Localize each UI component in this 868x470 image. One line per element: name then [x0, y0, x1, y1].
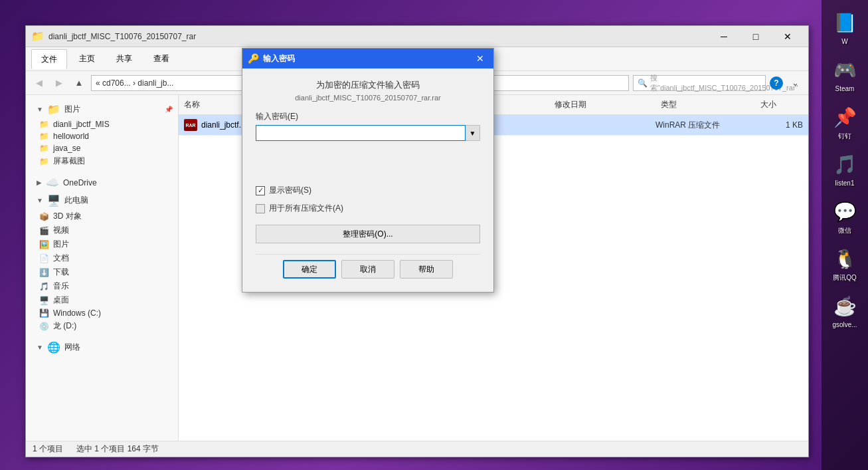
column-header-date[interactable]: 修改日期: [549, 98, 655, 112]
listen1-icon: 🎵: [831, 151, 858, 177]
use-for-all-label: 用于所有压缩文件(A): [269, 203, 343, 214]
dialog-footer: 确定 取消 帮助: [256, 254, 480, 281]
use-for-all-checkbox[interactable]: [256, 204, 265, 213]
pin-icon: 📌: [165, 106, 173, 113]
sidebar-item-dianli[interactable]: 📁 dianli_jbctf_MIS: [26, 118, 178, 130]
expand-arrow-icon: ▼: [37, 106, 43, 113]
sidebar-label-drive-d: 龙 (D:): [53, 320, 76, 332]
sidebar-item-video[interactable]: 🎬 视频: [26, 223, 178, 237]
back-button[interactable]: ◀: [31, 75, 47, 91]
word-icon-label: W: [841, 38, 847, 46]
tab-share[interactable]: 共享: [107, 49, 141, 68]
video-icon: 🎬: [39, 226, 49, 235]
cancel-button[interactable]: 取消: [341, 260, 394, 279]
password-dropdown-button[interactable]: ▼: [466, 125, 480, 141]
sidebar-item-downloads[interactable]: ⬇️ 下载: [26, 265, 178, 279]
documents-icon: 📄: [39, 254, 49, 263]
search-icon: 🔍: [638, 78, 648, 88]
window-controls: ─ □ ✕: [709, 27, 803, 46]
close-button[interactable]: ✕: [772, 27, 803, 46]
desktop-icon-word[interactable]: 📘 W: [826, 7, 863, 49]
word-icon: 📘: [831, 9, 858, 36]
file-size-cell: 1 KB: [755, 120, 808, 130]
taskbar-right-panel: 📘 W 🎮 Steam 📌 钉钉 🎵 listen1 💬 微信 🐧 腾讯QQ ☕…: [822, 0, 868, 470]
help-button[interactable]: ?: [770, 76, 783, 90]
folder-icon-java: 📁: [39, 144, 49, 153]
sidebar-item-desktop[interactable]: 🖥️ 桌面: [26, 293, 178, 307]
minimize-button[interactable]: ─: [709, 27, 739, 46]
desktop-icon: 🖥️: [39, 296, 49, 305]
items-count: 1 个项目: [33, 443, 63, 455]
sidebar-item-documents[interactable]: 📄 文档: [26, 251, 178, 265]
password-input[interactable]: [256, 125, 466, 141]
sidebar-item-onedrive[interactable]: ▶ ☁️ OneDrive: [26, 174, 178, 191]
file-type-cell: WinRAR 压缩文件: [655, 120, 755, 131]
dialog-title-icon: 🔑: [248, 53, 259, 64]
sidebar-label-pictures2: 图片: [53, 239, 69, 250]
ok-button[interactable]: 确定: [283, 260, 336, 279]
dialog-header-text: 为加密的压缩文件输入密码: [256, 79, 480, 91]
sidebar-label-3d: 3D 对象: [53, 211, 82, 222]
column-header-type[interactable]: 类型: [655, 98, 755, 112]
gsolve-icon: ☕: [831, 293, 858, 319]
dingding-icon: 📌: [831, 104, 858, 130]
this-pc-icon: 🖥️: [47, 194, 60, 207]
network-expand-icon: ▼: [37, 344, 43, 351]
desktop-icon-listen1[interactable]: 🎵 listen1: [826, 148, 863, 190]
desktop-icon-wechat[interactable]: 💬 微信: [826, 195, 863, 237]
desktop-icon-gsolve[interactable]: ☕ gsolve...: [826, 290, 863, 332]
password-input-row: ▼: [256, 125, 480, 141]
tab-view[interactable]: 查看: [144, 49, 179, 68]
search-box[interactable]: 🔍 搜索"dianli_jbctf_MISC_T10076_20150707_r…: [633, 75, 766, 91]
sidebar-label-drive-c: Windows (C:): [53, 308, 101, 318]
status-bar: 1 个项目 选中 1 个项目 164 字节: [26, 441, 808, 457]
password-input-label: 输入密码(E): [256, 111, 480, 122]
steam-icon: 🎮: [831, 57, 858, 83]
desktop-icon-steam[interactable]: 🎮 Steam: [826, 54, 863, 96]
sidebar-label-network: 网络: [64, 342, 80, 353]
this-pc-expand-icon: ▼: [37, 197, 43, 204]
sidebar-item-3d[interactable]: 📦 3D 对象: [26, 209, 178, 223]
column-header-size[interactable]: 大小: [755, 98, 808, 112]
forward-button[interactable]: ▶: [51, 75, 67, 91]
desktop-icon-dingding[interactable]: 📌 钉钉: [826, 101, 863, 143]
sidebar-item-pictures[interactable]: 🖼️ 图片: [26, 237, 178, 251]
sidebar-label-desktop: 桌面: [53, 294, 69, 306]
sidebar-item-pictures-pinned[interactable]: ▼ 📁 图片 📌: [26, 100, 178, 118]
sidebar-item-java[interactable]: 📁 java_se: [26, 142, 178, 154]
sidebar-label-downloads: 下载: [53, 267, 69, 278]
3d-icon: 📦: [39, 212, 49, 221]
dialog-title-text: 输入密码: [263, 53, 468, 64]
folder-icon-pictures: 📁: [47, 103, 60, 116]
onedrive-icon: ☁️: [46, 176, 59, 189]
dialog-subtitle: dianli_jbctf_MISC_T10076_20150707_rar.ra…: [256, 94, 480, 102]
sidebar-item-screenshot[interactable]: 📁 屏幕截图: [26, 154, 178, 168]
tab-file[interactable]: 文件: [31, 49, 67, 69]
show-password-checkbox[interactable]: [256, 186, 265, 195]
organize-passwords-button[interactable]: 整理密码(O)...: [256, 225, 480, 243]
sidebar-label-this-pc: 此电脑: [64, 195, 88, 206]
up-button[interactable]: ▲: [71, 75, 87, 91]
sidebar-item-this-pc[interactable]: ▼ 🖥️ 此电脑: [26, 191, 178, 209]
sidebar-item-helloworld[interactable]: 📁 helloworld: [26, 130, 178, 142]
folder-icon-screenshot: 📁: [39, 157, 49, 166]
folder-title-icon: 📁: [31, 30, 44, 43]
qq-icon: 🐧: [831, 245, 858, 272]
drive-d-icon: 💿: [39, 322, 49, 331]
help-button[interactable]: 帮助: [400, 260, 453, 279]
sidebar-item-music[interactable]: 🎵 音乐: [26, 279, 178, 293]
maximize-button[interactable]: □: [740, 27, 771, 46]
downloads-icon: ⬇️: [39, 268, 49, 277]
listen1-icon-label: listen1: [835, 179, 855, 187]
expand-button[interactable]: ⌄: [787, 75, 803, 91]
steam-icon-label: Steam: [835, 85, 855, 93]
sidebar: ▼ 📁 图片 📌 📁 dianli_jbctf_MIS 📁 helloworld…: [26, 95, 179, 441]
desktop-icon-qq[interactable]: 🐧 腾讯QQ: [826, 243, 863, 285]
dialog-body: 为加密的压缩文件输入密码 dianli_jbctf_MISC_T10076_20…: [242, 68, 493, 292]
sidebar-item-network[interactable]: ▼ 🌐 网络: [26, 338, 178, 356]
sidebar-item-drive-d[interactable]: 💿 龙 (D:): [26, 319, 178, 333]
dialog-close-button[interactable]: ✕: [472, 51, 488, 66]
sidebar-item-drive-c[interactable]: 💾 Windows (C:): [26, 307, 178, 319]
tab-home[interactable]: 主页: [70, 49, 104, 68]
sidebar-label-pictures: 图片: [64, 104, 80, 115]
